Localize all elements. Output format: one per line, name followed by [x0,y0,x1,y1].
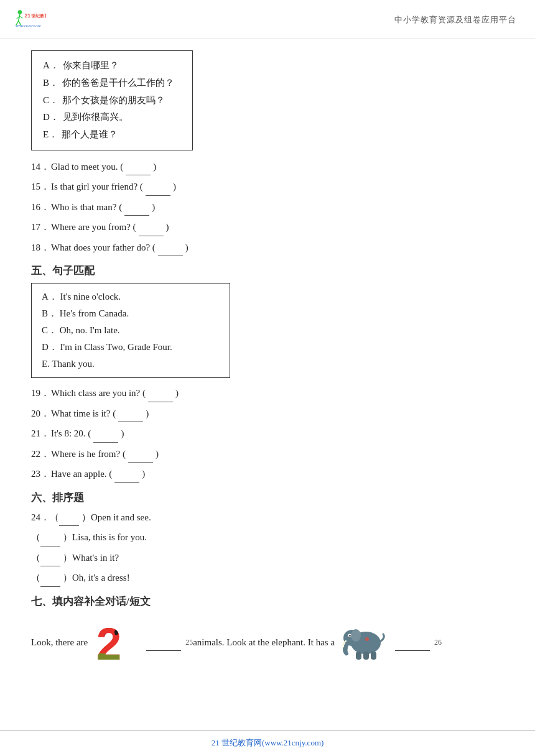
page-footer: 21 世纪教育网(www.21cnjy.com) [0,731,535,756]
blank-18[interactable] [158,240,183,257]
blank-14[interactable] [126,159,151,176]
question-21: 21． It's 8: 20. ( ) [31,426,504,443]
answer-text-c: 那个女孩是你的朋友吗？ [62,92,165,109]
qtext-15: Is that girl your friend? ( [51,179,143,195]
page-header: 21 世纪教育 WWW.21CNJY.COM 中小学教育资源及组卷应用平台 [0,0,535,39]
qnum-22: 22． [31,446,51,463]
footer-text: 21 世纪教育网(www.21cnjy.com) [212,738,324,747]
watermelon-2-icon: 2 2 [94,615,136,671]
qnum-20: 20． [31,406,51,422]
order-line-24: 24．（ ）Open it and see. [31,510,504,527]
question-22: 22． Where is he from? ( ) [31,446,504,463]
svg-text:世纪教育: 世纪教育 [31,13,46,19]
blank-26-num: 26 [434,635,442,650]
order-blank-d[interactable] [40,570,60,587]
question-14: 14． Glad to meet you. ( ) [31,159,504,176]
answer-row-d: D． 见到你很高兴。 [43,109,181,126]
s5-answer-row-c: C． Oh, no. I'm late. [42,322,220,339]
qend-18: ) [185,240,188,256]
blank-22[interactable] [128,446,153,463]
blank-17[interactable] [139,219,164,236]
order-num-24: 24．（ [31,510,59,526]
s5-answer-label-d: D． [42,342,58,352]
svg-text:21: 21 [24,12,30,19]
qend-14: ) [153,159,156,175]
section5-answer-box: A． It's nine o'clock. B． He's from Canad… [31,283,230,378]
s5-answer-row-b: B． He's from Canada. [42,305,220,322]
question-16: 16． Who is that man? ( ) [31,200,504,216]
qnum-18: 18． [31,240,51,256]
order-blank-c[interactable] [40,550,60,567]
qend-17: ) [166,219,169,236]
logo-icon: 21 世纪教育 WWW.21CNJY.COM [12,6,46,34]
qend-21: ) [121,426,124,442]
blank-16[interactable] [124,200,149,216]
answer-label-d: D． [43,109,59,126]
answer-text-a: 你来自哪里？ [63,57,119,75]
s5-answer-text-a: It's nine o'clock. [60,292,121,302]
qend-19: ) [175,385,179,402]
svg-point-18 [351,629,361,642]
logo-area: 21 世纪教育 WWW.21CNJY.COM [12,6,50,34]
answer-text-e: 那个人是谁？ [62,126,118,144]
question-20: 20． What time is it? ( ) [31,406,504,423]
blank-15[interactable] [146,179,170,196]
order-text-b: ）Lisa, this is for you. [63,530,147,546]
s5-answer-row-a: A． It's nine o'clock. [42,288,220,305]
blank-23[interactable] [114,466,139,483]
blank-25-container: 25 [142,634,193,652]
qend-22: ) [156,446,159,463]
qnum-16: 16． [31,200,51,216]
qtext-21: It's 8: 20. ( [51,426,91,442]
qend-15: ) [173,179,176,195]
blank-20[interactable] [118,406,143,423]
qtext-22: Where is he from? ( [51,446,126,463]
qend-16: ) [152,200,155,216]
answer-label-c: C． [43,92,58,109]
qtext-18: What does your father do? ( [51,240,156,256]
order-text-d: ）Oh, it's a dress! [63,570,130,586]
question-19: 19． Which class are you in? ( ) [31,385,504,402]
blank-25[interactable] [146,634,181,652]
s5-answer-label-e: E. [42,359,50,369]
fill-text-mid: animals. Look at the elephant. It has a [193,634,335,652]
answer-label-b: B． [43,75,58,92]
order-label-c: （ [31,550,40,566]
order-blank-24[interactable] [59,510,79,527]
order-line-c: （ ）What's in it? [31,550,504,567]
question-23: 23． Have an apple. ( ) [31,466,504,483]
s5-answer-row-d: D． I'm in Class Two, Grade Four. [42,339,220,356]
main-content: A． 你来自哪里？ B． 你的爸爸是干什么工作的？ C． 那个女孩是你的朋友吗？… [0,39,535,708]
order-text-c: ）What's in it? [63,550,119,566]
blank-21[interactable] [93,426,118,443]
answer-row-c: C． 那个女孩是你的朋友吗？ [43,92,181,109]
qtext-23: Have an apple. ( [51,466,112,482]
svg-rect-22 [363,652,369,660]
section6-title: 六、排序题 [31,491,504,505]
elephant-icon [340,619,386,666]
fill-line-1: Look, there are 2 2 [31,615,504,671]
section7-title: 七、填内容补全对话/短文 [31,594,504,609]
answer-row-e: E． 那个人是谁？ [43,126,181,144]
svg-point-13 [105,634,108,639]
blank-26[interactable] [395,634,430,652]
svg-text:WWW.21CNJY.COM: WWW.21CNJY.COM [16,24,40,27]
qtext-19: Which class are you in? ( [51,385,146,402]
s5-answer-text-c: Oh, no. I'm late. [60,325,120,335]
fill-text-before: Look, there are [31,634,88,652]
answer-text-d: 见到你很高兴。 [63,109,128,126]
svg-line-5 [20,16,22,18]
qtext-17: Where are you from? ( [51,219,136,236]
question-15: 15． Is that girl your friend? ( ) [31,179,504,196]
answer-text-b: 你的爸爸是干什么工作的？ [62,75,174,92]
blank-19[interactable] [148,385,173,402]
blank-26-container: 26 [391,634,442,652]
svg-point-15 [123,638,127,643]
s5-answer-label-a: A． [42,292,58,302]
section4-answer-box: A． 你来自哪里？ B． 你的爸爸是干什么工作的？ C． 那个女孩是你的朋友吗？… [31,50,193,150]
answer-label-e: E． [43,126,58,144]
qnum-17: 17． [31,219,51,236]
order-blank-b[interactable] [40,530,60,546]
order-line-b: （ ）Lisa, this is for you. [31,530,504,546]
order-text-24: ）Open it and see. [81,510,151,526]
